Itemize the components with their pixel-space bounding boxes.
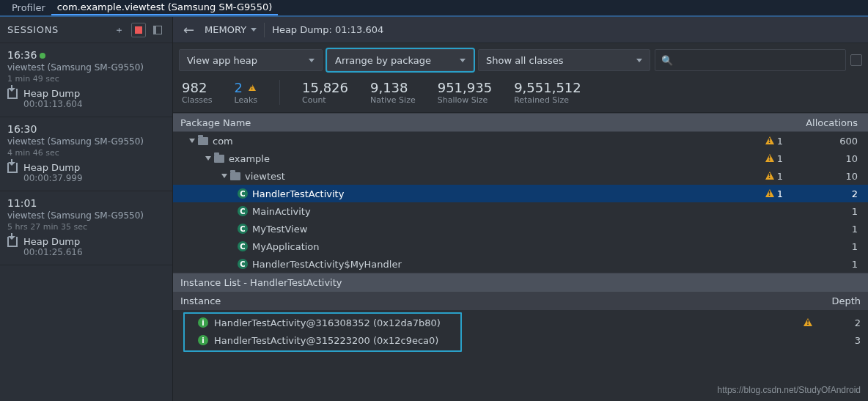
class-icon: C (238, 259, 248, 269)
row-label: HandlerTestActivity (252, 188, 344, 199)
stat-count-num: 15,826 (302, 80, 348, 95)
heap-dump-item[interactable]: Heap Dump (7, 88, 165, 99)
stat-native-lab: Native Size (370, 95, 416, 105)
session-time: 16:36 (7, 49, 37, 61)
heap-dump-label: Heap Dump (23, 162, 80, 173)
add-session-button[interactable]: ＋ (112, 23, 127, 37)
save-icon (7, 89, 18, 99)
class-row[interactable]: CMyTestView1 (173, 220, 868, 238)
heap-dump-item[interactable]: Heap Dump (7, 236, 165, 247)
alloc-value: 1 (787, 241, 868, 252)
col-depth[interactable]: Depth (817, 295, 868, 306)
heap-dump-ts: 00:00:37.999 (23, 173, 165, 183)
stat-classes-lab: Classes (182, 95, 212, 105)
stat-leaks-num: 2 (234, 80, 242, 95)
class-row[interactable]: CMainActivity1 (173, 202, 868, 220)
warning-icon (765, 189, 774, 197)
stat-native-num: 9,138 (370, 80, 416, 95)
expand-icon[interactable] (221, 174, 227, 178)
save-icon (7, 237, 18, 247)
search-input[interactable]: 🔍 (655, 49, 846, 71)
instance-table-header: Instance Depth (173, 292, 868, 311)
alloc-value: 1 (787, 259, 868, 270)
stop-icon (135, 26, 142, 34)
session-process: viewtest (Samsung SM-G9550) (7, 62, 165, 73)
heap-stats: 982Classes 2 Leaks 15,826Count 9,138Nati… (173, 77, 868, 113)
two-panel-icon (153, 26, 162, 34)
row-label: HandlerTestActivity$MyHandler (252, 259, 402, 270)
warn-count: 1 (774, 136, 783, 147)
instance-list-title: Instance List - HandlerTestActivity (173, 273, 868, 292)
row-label: com (213, 136, 233, 147)
package-row[interactable]: example 110 (173, 150, 868, 167)
col-allocations[interactable]: Allocations (787, 117, 868, 128)
stat-shallow-lab: Shallow Size (438, 95, 492, 105)
tab-target[interactable]: com.example.viewtest (Samsung SM-G9550) (51, 0, 278, 15)
class-row[interactable]: CMyApplication1 (173, 238, 868, 255)
layout-toggle-button[interactable] (150, 23, 165, 37)
top-tab-bar: Profiler com.example.viewtest (Samsung S… (0, 0, 868, 17)
session-item[interactable]: 16:30 viewtest (Samsung SM-G9550) 4 min … (0, 117, 172, 191)
regex-checkbox[interactable] (850, 54, 862, 66)
heap-selector[interactable]: View app heap (179, 49, 323, 71)
class-row[interactable]: CHandlerTestActivity$MyHandler1 (173, 255, 868, 273)
session-duration: 4 min 46 sec (7, 148, 165, 158)
search-icon: 🔍 (661, 55, 673, 66)
class-filter-label: Show all classes (486, 55, 630, 66)
warning-icon (249, 84, 256, 91)
row-label: viewtest (245, 171, 285, 182)
heap-dump-item[interactable]: Heap Dump (7, 162, 165, 173)
sessions-title: SESSIONS (7, 24, 108, 35)
chevron-down-icon (309, 59, 315, 62)
heap-dump-title: Heap Dump: 01:13.604 (272, 24, 383, 35)
heap-dump-ts: 00:01:13.604 (23, 99, 165, 109)
col-package-name[interactable]: Package Name (173, 117, 752, 128)
arrange-selector-label: Arrange by package (335, 55, 454, 66)
class-icon: C (238, 241, 248, 251)
warning-icon (803, 318, 812, 326)
warning-icon (765, 136, 774, 144)
class-row[interactable]: CHandlerTestActivity 12 (173, 185, 868, 202)
row-label: example (229, 153, 270, 164)
chevron-down-icon (636, 59, 642, 62)
divider (279, 80, 280, 105)
warn-count: 1 (774, 171, 783, 182)
heap-dump-label: Heap Dump (23, 236, 80, 247)
session-time: 16:30 (7, 123, 165, 135)
alloc-value: 10 (787, 171, 868, 182)
session-duration: 1 min 49 sec (7, 74, 165, 84)
memory-dropdown[interactable]: MEMORY (205, 24, 257, 35)
stat-leaks[interactable]: 2 Leaks (234, 80, 257, 105)
tab-profiler[interactable]: Profiler (6, 0, 51, 15)
package-row[interactable]: viewtest 110 (173, 167, 868, 185)
class-filter-selector[interactable]: Show all classes (478, 49, 650, 71)
stat-retained-num: 9,551,512 (514, 80, 581, 95)
row-label: MyTestView (252, 224, 307, 235)
stat-leaks-lab: Leaks (234, 95, 257, 105)
chevron-down-icon (460, 59, 466, 62)
class-icon: C (238, 224, 248, 234)
alloc-value: 1 (787, 224, 868, 235)
expand-icon[interactable] (205, 156, 211, 161)
chevron-down-icon (251, 28, 257, 32)
expand-icon[interactable] (189, 139, 195, 143)
package-row[interactable]: com 1600 (173, 132, 868, 150)
alloc-value: 600 (787, 136, 868, 147)
stop-session-button[interactable] (131, 23, 146, 37)
depth-value: 2 (817, 317, 868, 328)
heap-selector-label: View app heap (187, 55, 303, 66)
session-item[interactable]: 16:36 viewtest (Samsung SM-G9550) 1 min … (0, 43, 172, 117)
session-process: viewtest (Samsung SM-G9550) (7, 210, 165, 221)
stat-classes-num: 982 (182, 80, 212, 95)
watermark: https://blog.csdn.net/StudyOfAndroid (718, 385, 861, 395)
heap-dump-label: Heap Dump (23, 88, 80, 99)
arrange-selector[interactable]: Arrange by package (327, 49, 474, 71)
warning-icon (765, 154, 774, 162)
class-icon: C (238, 206, 248, 216)
session-item[interactable]: 11:01 viewtest (Samsung SM-G9550) 5 hrs … (0, 191, 172, 265)
session-time: 11:01 (7, 197, 165, 209)
save-icon (7, 163, 18, 173)
folder-icon (230, 172, 240, 180)
col-instance[interactable]: Instance (173, 295, 781, 306)
back-button[interactable]: ← (180, 22, 197, 37)
